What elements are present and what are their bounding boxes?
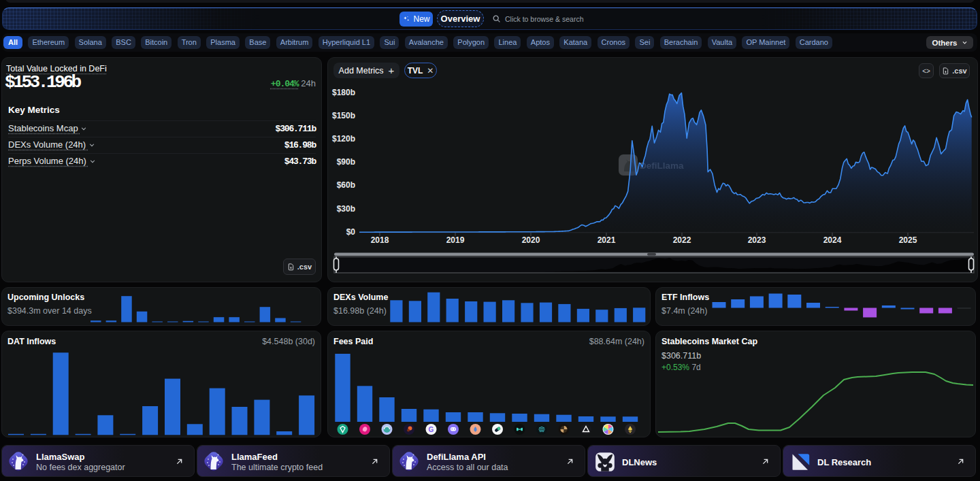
svg-text:$120b: $120b: [332, 134, 355, 144]
svg-text:2025: 2025: [899, 235, 917, 245]
svg-text:2019: 2019: [446, 235, 465, 245]
svg-text:2020: 2020: [522, 235, 540, 245]
svg-text:$90b: $90b: [337, 157, 355, 167]
svg-text:$30b: $30b: [337, 204, 355, 214]
svg-text:2024: 2024: [823, 235, 842, 245]
svg-text:$0: $0: [346, 227, 356, 237]
svg-text:2018: 2018: [371, 235, 389, 245]
svg-text:2021: 2021: [598, 235, 616, 245]
svg-text:2022: 2022: [673, 235, 691, 245]
svg-text:$180b: $180b: [332, 88, 355, 97]
svg-text:$60b: $60b: [337, 180, 355, 190]
svg-text:$150b: $150b: [332, 111, 355, 120]
svg-text:2023: 2023: [748, 235, 766, 245]
